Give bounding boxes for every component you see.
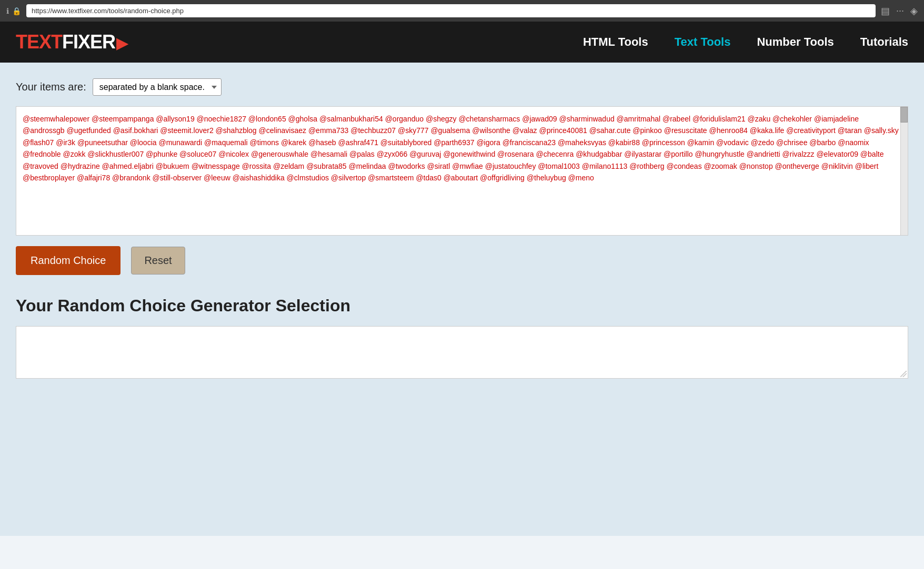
scrollbar-thumb[interactable] bbox=[900, 107, 908, 123]
reset-button[interactable]: Reset bbox=[131, 247, 185, 275]
info-icon: ℹ bbox=[6, 7, 9, 15]
separator-select[interactable]: separated by a blank space. separated by… bbox=[93, 78, 222, 96]
main-content: Your items are: separated by a blank spa… bbox=[0, 63, 924, 536]
pocket-icon: ◈ bbox=[910, 5, 918, 17]
lock-icon: 🔒 bbox=[12, 7, 21, 15]
logo-fixer: FIXER bbox=[62, 31, 115, 53]
nav-text-tools[interactable]: Text Tools bbox=[675, 35, 731, 49]
browser-icons: ℹ 🔒 bbox=[6, 7, 21, 15]
nav-html-tools[interactable]: HTML Tools bbox=[583, 35, 648, 49]
result-heading: Your Random Choice Generator Selection bbox=[16, 296, 908, 316]
logo[interactable]: TEXTFIXER▶ bbox=[16, 31, 127, 53]
result-box bbox=[16, 326, 908, 379]
scrollbar-track[interactable] bbox=[900, 107, 908, 235]
resize-handle[interactable] bbox=[900, 371, 907, 377]
url-bar[interactable]: https://www.textfixer.com/tools/random-c… bbox=[26, 4, 876, 17]
nav-number-tools[interactable]: Number Tools bbox=[757, 35, 833, 49]
nav-tutorials[interactable]: Tutorials bbox=[860, 35, 908, 49]
text-area-container bbox=[16, 106, 908, 236]
site-header: TEXTFIXER▶ HTML Tools Text Tools Number … bbox=[0, 22, 924, 63]
browser-bar: ℹ 🔒 https://www.textfixer.com/tools/rand… bbox=[0, 0, 924, 22]
logo-arrow: ▶ bbox=[116, 35, 127, 52]
url-text: https://www.textfixer.com/tools/random-c… bbox=[32, 7, 184, 15]
items-label: Your items are: bbox=[16, 81, 86, 93]
main-nav: HTML Tools Text Tools Number Tools Tutor… bbox=[583, 35, 908, 49]
items-row: Your items are: separated by a blank spa… bbox=[16, 78, 908, 96]
menu-icon: ··· bbox=[896, 5, 904, 16]
browser-controls: ▤ ··· ◈ bbox=[881, 5, 918, 17]
text-input[interactable] bbox=[16, 107, 908, 233]
reader-icon: ▤ bbox=[881, 5, 890, 17]
logo-text: TEXT bbox=[16, 31, 62, 53]
buttons-row: Random Choice Reset bbox=[16, 246, 908, 275]
random-choice-button[interactable]: Random Choice bbox=[16, 246, 120, 275]
